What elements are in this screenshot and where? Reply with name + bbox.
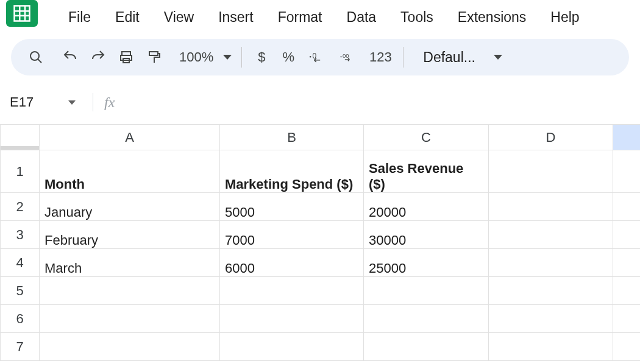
row-header[interactable]: 3	[1, 221, 40, 249]
cell[interactable]	[40, 333, 220, 361]
column-header-e[interactable]	[613, 125, 641, 150]
toolbar: 100% $ % 0 00 123 Defaul...	[11, 39, 629, 75]
sheets-logo[interactable]	[6, 0, 38, 27]
formula-input[interactable]	[115, 89, 640, 116]
menu-bar: File Edit View Insert Format Data Tools …	[0, 0, 640, 37]
row-header[interactable]: 6	[1, 305, 40, 333]
column-header-d[interactable]: D	[489, 125, 613, 150]
svg-point-11	[310, 56, 311, 58]
print-button[interactable]	[112, 43, 140, 71]
cell[interactable]	[364, 333, 489, 361]
cell[interactable]	[613, 193, 641, 221]
menu-edit[interactable]: Edit	[105, 5, 149, 29]
format-currency-button[interactable]: $	[248, 49, 275, 65]
paint-format-button[interactable]	[140, 43, 168, 71]
column-header-b[interactable]: B	[220, 125, 364, 150]
column-header-a[interactable]: A	[40, 125, 220, 150]
cell[interactable]: 20000	[364, 193, 489, 221]
cell[interactable]	[489, 150, 613, 193]
cell[interactable]	[613, 249, 641, 277]
menu-tools[interactable]: Tools	[391, 5, 443, 29]
formula-bar-row: E17 fx	[0, 89, 640, 116]
chevron-down-icon	[223, 55, 232, 60]
toolbar-separator	[403, 47, 404, 68]
cell[interactable]	[220, 333, 364, 361]
cell[interactable]	[40, 305, 220, 333]
chevron-down-icon	[68, 100, 76, 105]
increase-decimal-button[interactable]: 00	[330, 43, 364, 71]
more-formats-button[interactable]: 123	[364, 49, 397, 65]
cell[interactable]	[613, 150, 641, 193]
menu-view[interactable]: View	[154, 5, 204, 29]
row-header[interactable]: 5	[1, 277, 40, 305]
menu-help[interactable]: Help	[541, 5, 589, 29]
name-box[interactable]: E17	[4, 93, 82, 111]
cell[interactable]	[613, 277, 641, 305]
menu-data[interactable]: Data	[337, 5, 386, 29]
cell[interactable]	[220, 277, 364, 305]
cell[interactable]	[364, 277, 489, 305]
search-button[interactable]	[22, 43, 50, 71]
cell[interactable]: 30000	[364, 221, 489, 249]
cell[interactable]: February	[40, 221, 220, 249]
cell[interactable]	[613, 305, 641, 333]
undo-icon	[63, 50, 77, 65]
cell[interactable]: 7000	[220, 221, 364, 249]
svg-point-5	[30, 52, 39, 60]
decrease-decimal-button[interactable]: 0	[302, 43, 330, 71]
column-header-c[interactable]: C	[364, 125, 489, 150]
cell[interactable]	[489, 249, 613, 277]
menu-extensions[interactable]: Extensions	[448, 5, 536, 29]
font-dropdown[interactable]: Defaul...	[410, 49, 506, 66]
cell[interactable]: March	[40, 249, 220, 277]
increase-decimal-icon: 00	[340, 50, 354, 65]
print-icon	[119, 50, 133, 65]
spreadsheet-grid: A B C D 1MonthMarketing Spend ($)Sales R…	[0, 124, 640, 361]
cell[interactable]: 5000	[220, 193, 364, 221]
svg-rect-10	[149, 52, 158, 55]
undo-button[interactable]	[56, 43, 84, 71]
cell[interactable]	[613, 221, 641, 249]
cell[interactable]	[613, 333, 641, 361]
cell[interactable]: Marketing Spend ($)	[220, 150, 364, 193]
menu-file[interactable]: File	[59, 5, 101, 29]
cell[interactable]	[489, 305, 613, 333]
sheets-icon	[12, 4, 32, 23]
zoom-dropdown[interactable]: 100%	[168, 49, 235, 65]
cell[interactable]: Sales Revenue ($)	[364, 150, 489, 193]
name-box-value: E17	[10, 94, 34, 110]
formula-bar-separator	[93, 93, 93, 111]
decrease-decimal-icon: 0	[308, 50, 323, 65]
redo-button[interactable]	[84, 43, 112, 71]
menu-insert[interactable]: Insert	[208, 5, 263, 29]
zoom-label: 100%	[174, 49, 218, 65]
cell[interactable]	[489, 333, 613, 361]
row-header[interactable]: 1	[1, 150, 40, 193]
cell[interactable]	[40, 277, 220, 305]
cell[interactable]: January	[40, 193, 220, 221]
row-header[interactable]: 7	[1, 333, 40, 361]
toolbar-separator	[241, 47, 242, 68]
row-header[interactable]: 2	[1, 193, 40, 221]
font-label: Defaul...	[418, 49, 480, 66]
menu-format[interactable]: Format	[268, 5, 332, 29]
svg-line-6	[38, 59, 41, 63]
cell[interactable]	[489, 277, 613, 305]
svg-point-13	[341, 56, 342, 57]
cell[interactable]	[489, 221, 613, 249]
svg-rect-0	[15, 6, 30, 21]
cell[interactable]: 25000	[364, 249, 489, 277]
cell[interactable]	[220, 305, 364, 333]
row-header[interactable]: 4	[1, 249, 40, 277]
chevron-down-icon	[494, 55, 502, 60]
fx-icon: fx	[104, 94, 115, 111]
cell[interactable]	[364, 305, 489, 333]
cell[interactable]: 6000	[220, 249, 364, 277]
paint-format-icon	[147, 50, 162, 65]
search-icon	[29, 50, 43, 65]
cell[interactable]	[489, 193, 613, 221]
select-all-corner[interactable]	[1, 125, 40, 150]
cell[interactable]: Month	[40, 150, 220, 193]
format-percent-button[interactable]: %	[275, 49, 302, 65]
redo-icon	[91, 50, 105, 65]
